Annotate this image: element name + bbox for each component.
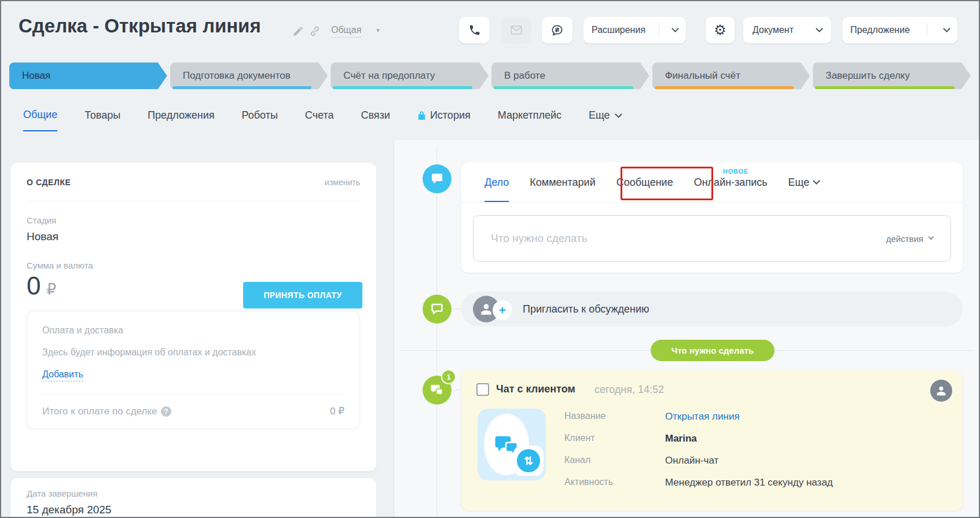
todo-pill-button[interactable]: Что нужно сделать	[651, 340, 775, 361]
proposal-button[interactable]: Предложение	[842, 17, 957, 43]
field-label: Активность	[564, 477, 613, 487]
field-label: Канал	[564, 455, 590, 465]
stage-prepay-invoice[interactable]: Счёт на предоплату	[331, 63, 489, 89]
tab-quotes[interactable]: Предложения	[148, 101, 214, 131]
chevron-down-icon	[928, 234, 934, 240]
stage-field-value: Новая	[27, 230, 360, 243]
chevron-down-icon	[813, 177, 820, 185]
total-label: Итого к оплате по сделке	[42, 406, 157, 417]
stage-underline	[494, 86, 633, 89]
tab-message[interactable]: Сообщение	[616, 162, 673, 203]
proposal-label: Предложение	[850, 25, 910, 35]
close-date-label: Дата завершения	[27, 488, 360, 498]
timeline-line	[436, 147, 437, 517]
chevron-down-icon	[816, 25, 823, 32]
extensions-button[interactable]: Расширения	[583, 17, 686, 43]
tab-more-timeline[interactable]: Еще	[788, 162, 820, 203]
edit-title-icon[interactable]	[292, 25, 304, 37]
funnel-caret-icon: ▾	[376, 26, 380, 34]
copy-link-icon[interactable]	[309, 25, 321, 37]
accept-payment-button[interactable]: ПРИНЯТЬ ОПЛАТУ	[243, 282, 362, 308]
document-label: Документ	[753, 25, 794, 35]
field-label: Название	[564, 411, 606, 421]
tab-comment[interactable]: Комментарий	[530, 162, 595, 203]
composer-marker	[423, 164, 452, 193]
stage-underline	[655, 86, 794, 89]
edit-deal-link[interactable]: изменить	[325, 178, 360, 187]
payment-block-placeholder: Здесь будет информация об оплатах и дост…	[42, 347, 344, 358]
tab-general[interactable]: Общие	[23, 101, 57, 131]
close-date-card: Дата завершения 15 декабря 2025	[10, 478, 376, 518]
actions-dropdown[interactable]: действия	[886, 234, 933, 244]
stage-close-deal[interactable]: Завершить сделку	[813, 63, 971, 89]
deal-stage-bar: Новая Подготовка документов Счёт на пред…	[9, 63, 971, 89]
deal-window: Сделка - Открытая линия Общая ▾ Расширен…	[0, 0, 980, 518]
discussion-marker	[423, 295, 452, 324]
stage-underline	[172, 86, 312, 89]
chat-entry-checkbox[interactable]	[476, 383, 489, 396]
payment-block-title: Оплата и доставка	[42, 325, 344, 336]
add-person-icon: +	[493, 300, 512, 320]
todo-placeholder: Что нужно сделать	[491, 232, 588, 245]
tab-relations[interactable]: Связи	[361, 101, 390, 131]
tab-invoices[interactable]: Счета	[305, 101, 334, 131]
total-value: 0 ₽	[330, 405, 344, 417]
tab-products[interactable]: Товары	[85, 101, 120, 131]
chat-transfer-icon	[550, 24, 564, 37]
help-icon[interactable]: ?	[161, 406, 171, 417]
composer-tabs: Дело Комментарий Сообщение Онлайн-запись…	[485, 162, 819, 203]
call-button[interactable]	[459, 17, 490, 43]
tab-more[interactable]: Еще	[589, 101, 621, 131]
person-icon	[935, 384, 948, 397]
new-feature-badge: НОВОЕ	[723, 168, 748, 175]
person-icon	[479, 302, 494, 317]
stage-underline	[815, 86, 955, 89]
tab-activity[interactable]: Дело	[485, 162, 509, 203]
document-button[interactable]: Документ	[743, 17, 831, 43]
open-line-link[interactable]: Открытая линия	[665, 411, 740, 423]
stage-docs[interactable]: Подготовка документов	[170, 63, 328, 89]
chat-bubble-outline-icon	[430, 302, 444, 316]
activity-value: Менеджер ответил 31 секунду назад	[665, 477, 833, 488]
chat-entry-title: Чат с клиентом	[496, 383, 575, 395]
open-line-tile[interactable]: ⇅	[478, 409, 546, 480]
currency-sign: ₽	[46, 281, 56, 299]
unread-count-badge: 1	[441, 369, 456, 384]
chat-bubble-icon	[430, 172, 444, 186]
amount-field-label: Сумма и валюта	[27, 260, 360, 270]
settings-button[interactable]: ⚙	[706, 17, 735, 43]
envelope-icon	[510, 24, 523, 36]
channel-value: Онлайн-чат	[665, 455, 718, 466]
invite-avatar: +	[473, 295, 515, 324]
responsible-avatar[interactable]	[930, 380, 952, 402]
open-channel-button[interactable]	[542, 17, 572, 43]
divider	[42, 394, 344, 395]
extensions-label: Расширения	[592, 25, 645, 35]
funnel-selector[interactable]: Общая	[331, 25, 361, 38]
stage-final-invoice[interactable]: Финальный счёт	[652, 63, 810, 89]
tab-marketplace[interactable]: Маркетплейс	[498, 101, 561, 131]
about-deal-card: О СДЕЛКЕ изменить Стадия Новая Сумма и в…	[10, 163, 376, 471]
lock-icon	[417, 111, 426, 120]
divider	[461, 202, 963, 203]
email-button[interactable]	[501, 17, 531, 43]
chevron-down-icon	[615, 111, 622, 118]
invite-label: Пригласить к обсуждению	[523, 303, 649, 315]
invite-discussion-row[interactable]: + Пригласить к обсуждению	[461, 292, 963, 326]
about-deal-title: О СДЕЛКЕ	[27, 178, 71, 187]
add-payment-link[interactable]: Добавить	[42, 369, 83, 381]
stage-new[interactable]: Новая	[9, 63, 167, 89]
chat-entry-card: Чат с клиентом сегодня, 14:52 ⇅ Название…	[461, 370, 963, 510]
payment-delivery-block: Оплата и доставка Здесь будет информация…	[27, 311, 360, 429]
deal-tabs: Общие Товары Предложения Роботы Счета Св…	[23, 101, 621, 131]
transfer-arrows-icon: ⇅	[517, 449, 540, 472]
field-label: Клиент	[564, 433, 595, 443]
tab-robots[interactable]: Роботы	[241, 101, 277, 131]
todo-input[interactable]: Что нужно сделать действия	[473, 215, 951, 262]
chevron-down-icon	[671, 25, 679, 32]
chat-entry-time: сегодня, 14:52	[594, 384, 664, 396]
phone-icon	[468, 24, 481, 36]
stage-in-progress[interactable]: В работе	[491, 63, 649, 89]
button-divider	[927, 23, 927, 37]
tab-history[interactable]: История	[417, 101, 471, 131]
